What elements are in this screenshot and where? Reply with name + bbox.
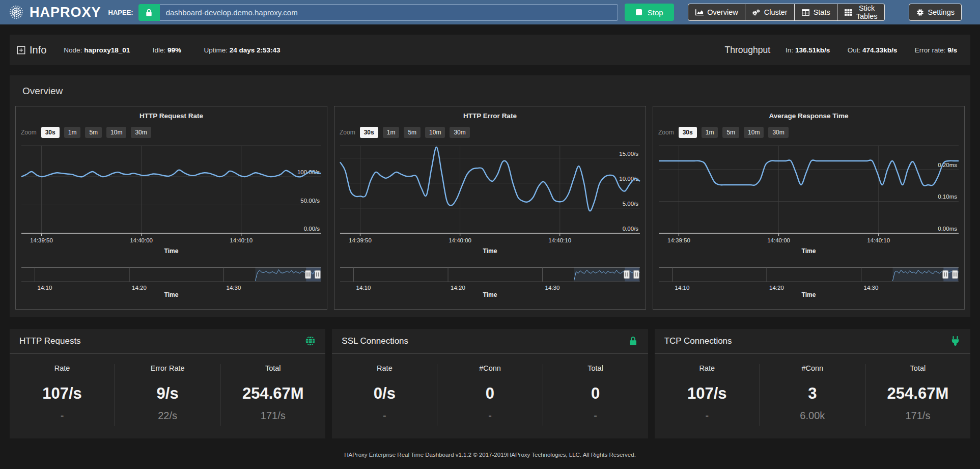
stat-column-value: 107/s [655,384,760,403]
th-icon [844,9,853,16]
stat-column-subvalue: - [10,410,115,426]
svg-text:Time: Time [483,247,497,255]
zoom-preset-5m-button[interactable]: 5m [404,127,421,138]
chart-area-icon [695,9,704,16]
info-bar-left: Info Node: haproxy18_01 Idle: 99% Uptime… [17,44,301,56]
info-field-uptime: Uptime: 24 days 2:53:43 [204,46,280,54]
stat-card-body: Rate 107/s - #Conn 3 6.00k Total 254.67M… [655,354,970,426]
stat-column-rate: Rate 0/s - [332,364,437,426]
zoom-preset-30m-button[interactable]: 30m [131,127,151,138]
nav-button-cluster[interactable]: Cluster [745,4,795,21]
chart-title: HTTP Error Rate [463,112,517,120]
overview-section: Overview HTTP Request Rate Zoom 30s1m5m1… [10,75,970,317]
stat-column-subvalue: - [543,410,648,426]
haproxy-logo-icon [7,3,25,21]
cogs-icon [752,9,761,16]
zoom-preset-10m-button[interactable]: 10m [425,127,445,138]
stat-column-rate: Rate 107/s - [10,364,115,426]
svg-text:14:39:50: 14:39:50 [667,237,690,243]
stat-card-title: TCP Connections [664,336,732,346]
svg-text:15.00/s: 15.00/s [619,151,638,157]
stat-column-header: Total [543,364,648,372]
svg-text:0.20ms: 0.20ms [938,162,957,168]
stat-column-subvalue: 22/s [115,410,220,426]
chart-panel-http-error-rate: HTTP Error Rate Zoom 30s1m5m10m30m 14:39… [334,106,646,310]
info-expand-control[interactable]: Info [17,44,46,56]
chart-navigator[interactable]: 14:1014:2014:30Time [17,266,325,298]
zoom-label: Zoom [21,129,37,136]
info-field-idle: Idle: 99% [153,46,181,54]
zoom-preset-1m-button[interactable]: 1m [383,127,400,138]
stat-column-value: 107/s [10,384,115,403]
stat-card-header: HTTP Requests [10,329,325,354]
stat-column-subvalue: 171/s [865,410,970,426]
svg-text:14:40:00: 14:40:00 [449,237,471,243]
zoom-preset-30m-button[interactable]: 30m [768,127,788,138]
chart-panel-average-response-time: Average Response Time Zoom 30s1m5m10m30m… [653,106,965,310]
zoom-preset-5m-button[interactable]: 5m [85,127,102,138]
svg-text:Time: Time [164,291,179,298]
stat-card-body: Rate 107/s - Error Rate 9/s 22/s Total 2… [10,354,325,426]
zoom-preset-30m-button[interactable]: 30m [450,127,469,138]
stat-card-header: TCP Connections [655,329,970,354]
zoom-preset-1m-button[interactable]: 1m [702,127,718,138]
svg-text:14:10: 14:10 [356,285,371,291]
svg-text:14:40:10: 14:40:10 [230,237,253,243]
stat-column-header: #Conn [437,364,542,372]
plug-icon [950,336,961,346]
chart-plot-area[interactable]: 14:39:5014:40:0014:40:100.20ms0.10ms0.00… [655,143,963,264]
nav-button-stats[interactable]: Stats [795,4,837,21]
chart-navigator[interactable]: 14:1014:2014:30Time [336,266,644,298]
zoom-preset-30s-button[interactable]: 30s [41,127,60,138]
settings-label: Settings [928,8,955,16]
chart-navigator[interactable]: 14:1014:2014:30Time [655,266,963,298]
throughput-field-in: In: 136.51kb/s [786,46,830,54]
stat-column-value: 0 [437,384,542,403]
settings-button[interactable]: Settings [909,4,962,21]
nav-button-group: Overview Cluster Stats Stick Tables [688,4,884,21]
stat-column-subvalue: - [437,410,542,426]
zoom-preset-30s-button[interactable]: 30s [360,127,378,138]
stat-card-title: SSL Connections [342,336,408,346]
globe-icon [305,336,316,346]
chart-plot-area[interactable]: 14:39:5014:40:0014:40:10100.00/s50.00/s0… [17,143,325,264]
stat-column-header: Rate [332,364,437,372]
zoom-preset-30s-button[interactable]: 30s [679,127,697,138]
svg-text:14:20: 14:20 [132,285,147,291]
zoom-label: Zoom [340,129,355,136]
stat-column-subvalue: - [655,410,760,426]
url-input[interactable] [160,4,619,21]
zoom-preset-10m-button[interactable]: 10m [744,127,764,138]
stat-column-conn: #Conn 3 6.00k [760,364,865,426]
zoom-preset-10m-button[interactable]: 10m [106,127,126,138]
stop-button[interactable]: Stop [625,4,674,21]
stat-column-value: 3 [760,384,865,403]
stat-column-subvalue: - [332,410,437,426]
svg-text:0.00/s: 0.00/s [304,226,320,232]
svg-text:14:40:10: 14:40:10 [867,237,890,243]
svg-text:14:40:00: 14:40:00 [130,237,153,243]
stat-column-subvalue: 6.00k [760,410,865,426]
zoom-preset-1m-button[interactable]: 1m [64,127,81,138]
hapee-label: HAPEE: [108,9,133,16]
haproxy-logo: HAPROXY [7,3,101,21]
throughput-fields: In: 136.51kb/s Out: 474.33kb/s Error rat… [770,45,957,54]
stat-column-header: Total [220,364,325,372]
top-navbar: HAPROXY HAPEE: Stop Overview Cluster Sta… [0,0,980,24]
zoom-preset-5m-button[interactable]: 5m [722,127,739,138]
svg-text:50.00/s: 50.00/s [300,198,320,204]
stat-card-body: Rate 0/s - #Conn 0 - Total 0 - [332,354,648,426]
svg-text:14:30: 14:30 [864,285,879,291]
dashboard-page: HAPROXY HAPEE: Stop Overview Cluster Sta… [0,0,980,469]
stop-icon [636,9,642,15]
nav-button-stick-tables[interactable]: Stick Tables [837,4,885,21]
nav-button-overview[interactable]: Overview [688,4,745,21]
svg-text:14:20: 14:20 [451,285,465,291]
chart-title: HTTP Request Rate [139,112,203,120]
svg-text:14:40:10: 14:40:10 [548,237,571,243]
chart-title: Average Response Time [769,112,848,120]
svg-text:14:30: 14:30 [227,285,241,291]
info-bar-right: Throughput In: 136.51kb/s Out: 474.33kb/… [725,45,957,56]
chart-plot-area[interactable]: 14:39:5014:40:0014:40:1015.00/s10.00/s5.… [336,143,644,264]
lock-icon [628,336,638,346]
